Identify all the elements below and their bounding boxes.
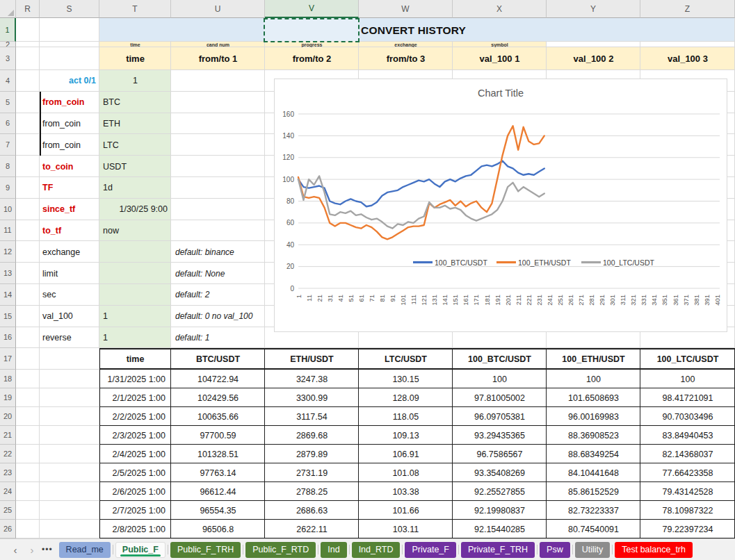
cell-R24[interactable] — [16, 482, 40, 501]
form-value-reverse[interactable]: 1 — [99, 327, 171, 349]
row-header-21[interactable]: 21 — [0, 426, 16, 445]
table-cell[interactable]: 78.10987322 — [640, 501, 735, 520]
table-cell[interactable]: 2731.19 — [265, 463, 359, 482]
column-note-time[interactable]: time — [99, 42, 171, 47]
table-header-btc-usdt[interactable]: BTC/USDT — [171, 348, 265, 370]
cell-S25[interactable] — [40, 501, 99, 520]
table-header-100-ltc-usdt[interactable]: 100_LTC/USDT — [640, 348, 735, 370]
row-header-7[interactable]: 7 — [0, 134, 16, 156]
form-value-sec[interactable] — [99, 284, 171, 306]
table-cell[interactable]: 93.29435365 — [453, 426, 547, 445]
cell-R25[interactable] — [16, 501, 40, 520]
table-cell[interactable]: 2/2/2025 1:00 — [99, 407, 171, 426]
table-cell[interactable]: 106.91 — [359, 445, 453, 463]
row-header-23[interactable]: 23 — [0, 463, 16, 482]
form-value-act-0-1[interactable]: 1 — [99, 70, 171, 92]
form-value-to-tf[interactable]: now — [99, 220, 171, 242]
row-header-16[interactable]: 16 — [0, 327, 16, 349]
form-value-to-coin[interactable]: USDT — [99, 156, 171, 177]
row-header-13[interactable]: 13 — [0, 263, 16, 284]
table-header-eth-usdt[interactable]: ETH/USDT — [265, 348, 359, 370]
table-cell[interactable]: 96612.44 — [171, 482, 265, 501]
section-header-5[interactable]: val_100 1 — [453, 47, 547, 70]
cell-R4[interactable] — [16, 70, 40, 92]
sheet-tab-read-me[interactable]: Read_me — [59, 542, 111, 558]
row-header-14[interactable]: 14 — [0, 284, 16, 306]
cell-R7[interactable] — [16, 134, 40, 156]
row-header-9[interactable]: 9 — [0, 177, 16, 199]
sheet-tab-private-f[interactable]: Private_F — [405, 542, 456, 558]
column-note-exchange[interactable]: exchange — [359, 42, 453, 47]
form-value-from-coin[interactable]: LTC — [99, 134, 171, 156]
column-header-S[interactable]: S — [40, 0, 99, 18]
row-header-10[interactable]: 10 — [0, 199, 16, 220]
cell-R18[interactable] — [16, 370, 40, 388]
cell-Y2[interactable] — [547, 42, 640, 47]
table-cell[interactable]: 97.81005002 — [453, 388, 547, 407]
table-cell[interactable]: 2869.68 — [265, 426, 359, 445]
cell-S20[interactable] — [40, 407, 99, 426]
cell-S3[interactable] — [40, 47, 99, 70]
column-note-cand-num[interactable]: cand num — [171, 42, 265, 47]
column-note-symbol[interactable]: symbol — [453, 42, 547, 47]
cell-S2[interactable] — [40, 42, 99, 47]
table-cell[interactable]: 103.11 — [359, 520, 453, 538]
sheet-tab-ind-rtd[interactable]: Ind_RTD — [352, 542, 401, 558]
cell-R13[interactable] — [16, 263, 40, 284]
cell-R10[interactable] — [16, 199, 40, 220]
column-note-progress[interactable]: progress — [265, 42, 359, 47]
table-cell[interactable]: 101.66 — [359, 501, 453, 520]
table-header-time[interactable]: time — [99, 348, 171, 370]
table-cell[interactable]: 102429.56 — [171, 388, 265, 407]
cell-R20[interactable] — [16, 407, 40, 426]
table-cell[interactable]: 82.73223337 — [547, 501, 640, 520]
row-header-6[interactable]: 6 — [0, 113, 16, 135]
row-header-22[interactable]: 22 — [0, 445, 16, 463]
table-cell[interactable]: 96.09705381 — [453, 407, 547, 426]
column-header-Y[interactable]: Y — [547, 0, 640, 18]
row-header-20[interactable]: 20 — [0, 407, 16, 426]
sheet-tab-public-f-rtd[interactable]: Public_F_RTD — [245, 542, 316, 558]
sheet-tab-utility[interactable]: Utility — [575, 542, 611, 558]
row-header-1[interactable]: 1 — [0, 18, 16, 42]
form-value-from-coin[interactable]: ETH — [99, 113, 171, 135]
row-header-3[interactable]: 3 — [0, 47, 16, 70]
cell-U8[interactable] — [171, 156, 265, 177]
chart-title[interactable]: Chart Title — [275, 88, 727, 99]
table-cell[interactable]: 128.09 — [359, 388, 453, 407]
sheet-nav-next-button[interactable]: › — [24, 544, 40, 556]
form-value-from-coin[interactable]: BTC — [99, 92, 171, 113]
row-header-26[interactable]: 26 — [0, 520, 16, 538]
row-header-2[interactable]: 2 — [0, 42, 16, 47]
row-header-24[interactable]: 24 — [0, 482, 16, 501]
table-header-100-eth-usdt[interactable]: 100_ETH/USDT — [547, 348, 640, 370]
table-cell[interactable]: 77.66423358 — [640, 463, 735, 482]
row-header-15[interactable]: 15 — [0, 306, 16, 327]
table-cell[interactable]: 84.10441648 — [547, 463, 640, 482]
row-header-12[interactable]: 12 — [0, 241, 16, 263]
row-header-19[interactable]: 19 — [0, 388, 16, 407]
table-cell[interactable]: 2/8/2025 1:00 — [99, 520, 171, 538]
table-cell[interactable]: 83.84940453 — [640, 426, 735, 445]
table-cell[interactable]: 100 — [453, 370, 547, 388]
row-header-11[interactable]: 11 — [0, 220, 16, 242]
table-cell[interactable]: 96.00169983 — [547, 407, 640, 426]
form-value-exchange[interactable] — [99, 241, 171, 263]
column-header-Z[interactable]: Z — [640, 0, 735, 18]
table-cell[interactable]: 2/1/2025 1:00 — [99, 388, 171, 407]
column-header-W[interactable]: W — [359, 0, 453, 18]
table-cell[interactable]: 109.13 — [359, 426, 453, 445]
cell-R15[interactable] — [16, 306, 40, 327]
table-cell[interactable]: 2622.11 — [265, 520, 359, 538]
cell-U11[interactable] — [171, 220, 265, 242]
cell-S17[interactable] — [40, 348, 99, 370]
row-header-17[interactable]: 17 — [0, 348, 16, 370]
table-cell[interactable]: 101328.51 — [171, 445, 265, 463]
cell-R17[interactable] — [16, 348, 40, 370]
cell-R3[interactable] — [16, 47, 40, 70]
cell-S1[interactable] — [40, 18, 99, 42]
row-header-25[interactable]: 25 — [0, 501, 16, 520]
cell-U10[interactable] — [171, 199, 265, 220]
table-cell[interactable]: 82.14368037 — [640, 445, 735, 463]
table-cell[interactable]: 85.86152529 — [547, 482, 640, 501]
